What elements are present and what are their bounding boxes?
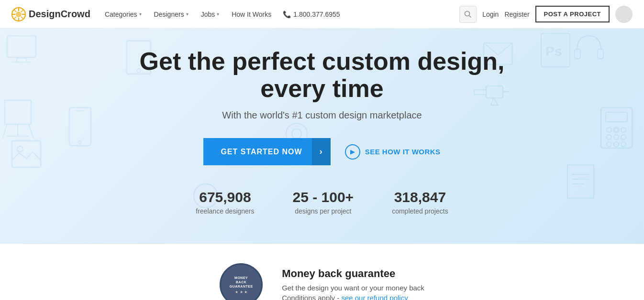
svg-text:Ps: Ps <box>545 44 562 59</box>
mobile-icon <box>67 105 93 148</box>
svg-point-42 <box>621 142 626 147</box>
navbar: DesignCrowd Categories ▾ Designers ▾ Job… <box>0 0 644 29</box>
svg-rect-19 <box>575 49 580 59</box>
svg-line-8 <box>21 10 23 12</box>
svg-rect-20 <box>598 49 603 59</box>
see-how-button[interactable]: ▶ SEE HOW IT WORKS <box>345 144 441 160</box>
search-icon <box>464 11 472 18</box>
svg-point-41 <box>614 142 619 147</box>
svg-point-36 <box>621 128 626 132</box>
svg-rect-17 <box>541 33 570 67</box>
phone-icon: 📞 <box>283 11 291 18</box>
svg-rect-33 <box>606 112 627 122</box>
ps-icon: Ps <box>539 31 572 69</box>
svg-point-34 <box>607 128 611 132</box>
nav-links: Categories ▾ Designers ▾ Jobs ▾ How It W… <box>100 8 459 21</box>
hero-title: Get the perfect custom design, every tim… <box>107 48 537 102</box>
calculator-icon <box>599 105 634 150</box>
get-started-button[interactable]: GET STARTED NOW › <box>203 138 330 165</box>
badge-stars: ★ ★ ★ <box>235 290 247 294</box>
chevron-down-icon: ▾ <box>217 11 219 17</box>
stat-designs: 25 - 100+ designs per project <box>293 189 354 215</box>
hero-stats: 675,908 freelance designers 25 - 100+ de… <box>107 189 537 215</box>
guarantee-section: MONEY BACK GUARANTEE ★ ★ ★ Money back gu… <box>0 244 644 300</box>
nav-categories[interactable]: Categories ▾ <box>100 8 146 21</box>
svg-line-27 <box>2 124 7 139</box>
svg-rect-24 <box>5 100 31 124</box>
nav-how-it-works[interactable]: How It Works <box>227 8 276 21</box>
svg-line-7 <box>21 17 23 19</box>
document-icon <box>565 162 596 201</box>
hero-subtitle: With the world's #1 custom design market… <box>107 110 537 121</box>
hero-content: Get the perfect custom design, every tim… <box>107 48 537 215</box>
svg-point-1 <box>16 11 22 17</box>
chevron-down-icon: ▾ <box>186 11 189 17</box>
phone-nav: 📞 1.800.377.6955 <box>283 11 340 18</box>
image-icon <box>10 139 43 170</box>
guarantee-conditions: Conditions apply - see our refund policy <box>282 294 424 300</box>
svg-point-22 <box>78 141 81 144</box>
stat-designers: 675,908 freelance designers <box>196 189 254 215</box>
svg-point-40 <box>607 142 611 147</box>
guarantee-description: Get the design you want or your money ba… <box>282 284 424 292</box>
guarantee-title: Money back guarantee <box>282 268 424 280</box>
money-back-badge: MONEY BACK GUARANTEE ★ ★ ★ <box>220 263 263 300</box>
arrow-icon: › <box>312 138 331 165</box>
svg-rect-12 <box>7 36 36 57</box>
hero-section: Ps <box>0 29 644 244</box>
logo-text: DesignCrowd <box>29 9 90 20</box>
svg-point-48 <box>17 146 23 152</box>
login-link[interactable]: Login <box>482 11 499 18</box>
svg-rect-32 <box>601 107 632 148</box>
svg-rect-21 <box>69 107 91 146</box>
svg-rect-13 <box>17 58 26 62</box>
svg-line-9 <box>14 17 16 19</box>
svg-rect-50 <box>567 165 594 198</box>
easel-icon <box>0 98 36 141</box>
monitor-icon <box>5 33 43 67</box>
post-project-button[interactable]: POST A PROJECT <box>535 6 610 22</box>
svg-line-11 <box>469 15 471 17</box>
chevron-down-icon: ▾ <box>139 11 142 17</box>
logo[interactable]: DesignCrowd <box>11 7 90 21</box>
svg-rect-47 <box>12 141 41 167</box>
nav-designers[interactable]: Designers ▾ <box>149 8 193 21</box>
logo-icon <box>11 7 26 21</box>
svg-line-6 <box>14 10 16 12</box>
register-link[interactable]: Register <box>504 11 529 18</box>
svg-point-39 <box>621 135 626 139</box>
svg-point-38 <box>614 135 619 139</box>
svg-point-35 <box>614 128 619 132</box>
stat-projects: 318,847 completed projects <box>392 189 448 215</box>
svg-line-28 <box>29 124 33 139</box>
nav-right: Login Register POST A PROJECT <box>459 6 633 23</box>
search-box[interactable] <box>459 6 477 23</box>
headphones-icon <box>572 31 606 64</box>
play-icon: ▶ <box>345 144 360 160</box>
hero-buttons: GET STARTED NOW › ▶ SEE HOW IT WORKS <box>107 138 537 165</box>
nav-jobs[interactable]: Jobs ▾ <box>196 8 224 21</box>
avatar <box>615 6 633 23</box>
guarantee-content: Money back guarantee Get the design you … <box>282 268 424 300</box>
refund-policy-link[interactable]: see our refund policy <box>341 294 408 300</box>
svg-point-37 <box>607 135 611 139</box>
